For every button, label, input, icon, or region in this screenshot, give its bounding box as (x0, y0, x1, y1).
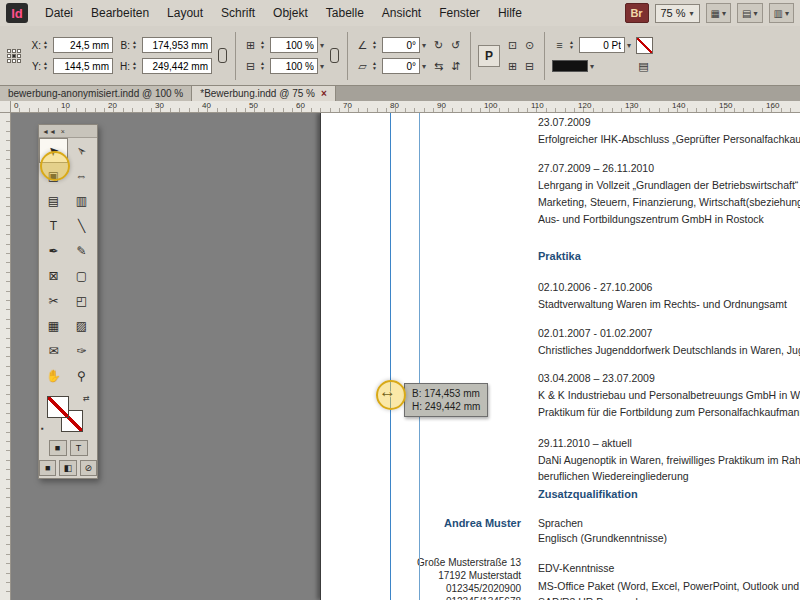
reference-point-proxy[interactable] (7, 49, 21, 63)
menu-item-fenster[interactable]: Fenster (430, 0, 489, 26)
constrain-scale-icon[interactable] (330, 48, 339, 63)
type-tool[interactable]: T (39, 213, 68, 238)
height-input[interactable] (142, 58, 212, 74)
menu-item-datei[interactable]: Datei (36, 0, 82, 26)
content-collector-tool[interactable]: ▤ (39, 188, 68, 213)
scale-y-input[interactable] (270, 58, 318, 74)
workspace-button[interactable]: ▥▾ (769, 3, 794, 23)
rotate-ccw-icon[interactable]: ↺ (448, 38, 463, 53)
formatting-affects-text-button[interactable]: T (70, 440, 88, 456)
apply-gradient-button[interactable]: ◧ (59, 460, 76, 476)
document-tab[interactable]: bewerbung-anonymisiert.indd @ 100 % (0, 86, 192, 101)
fit-content-icon[interactable]: ⊟ (522, 59, 537, 74)
line-tool[interactable]: ╲ (67, 213, 96, 238)
chevron-down-icon[interactable]: ▾ (590, 62, 594, 71)
pencil-tool[interactable]: ✎ (67, 238, 96, 263)
apply-color-button[interactable]: ■ (39, 460, 56, 476)
paragraph-button[interactable]: P (478, 45, 500, 67)
menu-item-hilfe[interactable]: Hilfe (489, 0, 531, 26)
menu-item-objekt[interactable]: Objekt (264, 0, 317, 26)
proxy-cell-selected[interactable] (12, 54, 16, 58)
collapse-panel-icon[interactable]: ◄◄ (42, 128, 56, 135)
swap-fill-stroke-icon[interactable]: ⇄ (83, 394, 90, 403)
gradient-feather-tool[interactable]: ▨ (67, 313, 96, 338)
menu-item-tabelle[interactable]: Tabelle (317, 0, 373, 26)
constrain-dimensions-icon[interactable] (218, 48, 227, 63)
scissors-tool[interactable]: ✂ (39, 288, 68, 313)
content-placer-tool[interactable]: ▥ (67, 188, 96, 213)
scale-x-input[interactable] (270, 37, 318, 53)
height-stepper[interactable]: ▲▼ (132, 61, 140, 71)
pen-tool[interactable]: ✒ (39, 238, 68, 263)
chevron-down-icon[interactable]: ▾ (320, 41, 324, 50)
shear-input[interactable] (382, 58, 420, 74)
zoom-level-select[interactable]: 75 % ▾ (655, 4, 700, 23)
ruler-origin-corner[interactable] (0, 101, 11, 113)
control-panel-menu-icon[interactable]: ▤ (636, 59, 651, 74)
document-tab[interactable]: *Bewerbung.indd @ 75 %× (192, 86, 336, 101)
chevron-down-icon[interactable]: ▾ (320, 62, 324, 71)
close-panel-icon[interactable]: × (61, 128, 65, 135)
horizontal-ruler[interactable]: 0102030405060708090100110120130140150160 (11, 101, 800, 113)
hand-tool[interactable]: ✋ (39, 363, 68, 388)
chevron-down-icon[interactable]: ▾ (627, 41, 631, 50)
vertical-ruler[interactable] (0, 113, 11, 600)
menu-item-schrift[interactable]: Schrift (212, 0, 264, 26)
fill-color-swatch[interactable] (552, 60, 588, 72)
width-input[interactable] (142, 37, 212, 53)
pasteboard[interactable]: 23.07.2009Erfolgreicher IHK-Abschluss „G… (11, 113, 800, 600)
stroke-weight-stepper[interactable]: ▲▼ (569, 40, 577, 50)
stroke-none-swatch[interactable] (636, 37, 653, 54)
chevron-down-icon[interactable]: ▾ (422, 41, 426, 50)
direct-selection-tool[interactable]: ➢ (67, 138, 96, 163)
proxy-cell[interactable] (7, 49, 11, 53)
fit-frame-icon[interactable]: ⊞ (505, 59, 520, 74)
chevron-down-icon[interactable]: ▾ (422, 62, 426, 71)
document-page[interactable]: 23.07.2009Erfolgreicher IHK-Abschluss „G… (320, 113, 800, 600)
menu-item-bearbeiten[interactable]: Bearbeiten (82, 0, 158, 26)
proxy-cell[interactable] (12, 59, 16, 63)
proxy-cell[interactable] (17, 59, 21, 63)
menu-item-ansicht[interactable]: Ansicht (373, 0, 430, 26)
formatting-affects-container-button[interactable]: ■ (49, 440, 67, 456)
menu-item-layout[interactable]: Layout (158, 0, 212, 26)
rotate-cw-icon[interactable]: ↻ (431, 38, 446, 53)
stroke-weight-input[interactable] (579, 37, 625, 53)
shear-stepper[interactable]: ▲▼ (372, 61, 380, 71)
vertical-guide[interactable] (419, 113, 420, 600)
proxy-cell[interactable] (7, 59, 11, 63)
proxy-cell[interactable] (7, 54, 11, 58)
tab-close-button[interactable]: × (321, 88, 327, 99)
note-tool[interactable]: ✉ (39, 338, 68, 363)
select-container-icon[interactable]: ⊡ (505, 38, 520, 53)
rectangle-tool[interactable]: ▢ (67, 263, 96, 288)
eyedropper-tool[interactable]: ✑ (67, 338, 96, 363)
width-stepper[interactable]: ▲▼ (132, 40, 140, 50)
rotation-input[interactable] (382, 37, 420, 53)
flip-horizontal-icon[interactable]: ⇆ (431, 59, 446, 74)
free-transform-tool[interactable]: ◰ (67, 288, 96, 313)
x-input[interactable] (53, 37, 113, 53)
fill-swatch[interactable] (47, 396, 69, 418)
proxy-cell[interactable] (12, 49, 16, 53)
rotation-stepper[interactable]: ▲▼ (372, 40, 380, 50)
proxy-cell[interactable] (17, 54, 21, 58)
proxy-cell[interactable] (17, 49, 21, 53)
select-content-icon[interactable]: ⊙ (522, 38, 537, 53)
x-stepper[interactable]: ▲▼ (43, 40, 51, 50)
flip-vertical-icon[interactable]: ⇵ (448, 59, 463, 74)
apply-none-button[interactable]: ⊘ (80, 460, 97, 476)
gradient-tool[interactable]: ▦ (39, 313, 68, 338)
view-options-button[interactable]: ▦▾ (706, 3, 731, 23)
bridge-button[interactable]: Br (625, 3, 649, 23)
gap-tool[interactable]: ⇔ (67, 163, 96, 188)
scale-y-stepper[interactable]: ▲▼ (260, 61, 268, 71)
y-stepper[interactable]: ▲▼ (43, 61, 51, 71)
screen-mode-button[interactable]: ▤▾ (737, 3, 762, 23)
zoom-tool[interactable]: ⚲ (67, 363, 96, 388)
scale-x-stepper[interactable]: ▲▼ (260, 40, 268, 50)
rectangle-frame-tool[interactable]: ⊠ (39, 263, 68, 288)
vertical-guide[interactable] (390, 113, 391, 600)
default-fill-stroke-icon[interactable]: ▪ (41, 424, 44, 433)
y-input[interactable] (53, 58, 113, 74)
